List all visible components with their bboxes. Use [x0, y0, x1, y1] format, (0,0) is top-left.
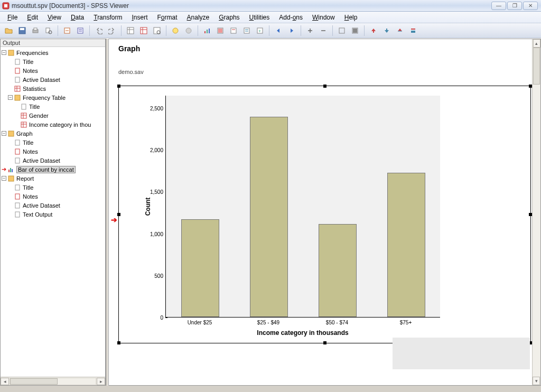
- tree-graph-title[interactable]: Title: [2, 138, 105, 147]
- menu-edit[interactable]: Edit: [23, 13, 42, 22]
- notes-icon: [14, 68, 21, 74]
- content-pane[interactable]: ▴ ▾ Graph demo.sav ➔ Count: [108, 39, 541, 386]
- resize-handle-e[interactable]: [529, 213, 532, 216]
- tree-graph-dataset[interactable]: Active Dataset: [2, 156, 105, 165]
- tree-freq-dataset[interactable]: Active Dataset: [2, 75, 105, 84]
- tree-freq-stats[interactable]: Statistics: [2, 84, 105, 93]
- menu-help[interactable]: Help: [340, 13, 362, 22]
- menu-addons[interactable]: Add-ons: [275, 13, 307, 22]
- variables-button[interactable]: [151, 25, 163, 36]
- export-button[interactable]: [61, 25, 73, 36]
- insert-heading-button[interactable]: [214, 25, 226, 36]
- menu-utilities[interactable]: Utilities: [245, 13, 274, 22]
- resize-handle-sw[interactable]: [117, 341, 120, 344]
- svg-rect-32: [15, 59, 20, 64]
- resize-handle-s[interactable]: [323, 341, 327, 344]
- minimize-button[interactable]: —: [491, 2, 506, 10]
- chart-icon: [7, 166, 15, 173]
- promote-button[interactable]: [368, 25, 379, 36]
- tree-freq-notes[interactable]: Notes: [2, 66, 105, 75]
- associate-button[interactable]: [407, 25, 419, 36]
- scroll-down-icon[interactable]: ▾: [533, 377, 540, 385]
- svg-rect-2: [20, 28, 24, 30]
- close-button[interactable]: ✕: [523, 2, 538, 10]
- y-tick-label: 2,500: [150, 105, 163, 111]
- tree-report-notes[interactable]: Notes: [2, 192, 105, 201]
- hide-button[interactable]: [349, 25, 361, 36]
- new-text-button[interactable]: +: [254, 25, 266, 36]
- svg-rect-31: [8, 50, 14, 55]
- tree-ft-income[interactable]: Income category in thou: [2, 120, 105, 129]
- svg-rect-39: [21, 122, 26, 127]
- tree-ft-gender[interactable]: Gender: [2, 111, 105, 120]
- print-button[interactable]: [30, 25, 41, 36]
- menu-format[interactable]: Format: [153, 13, 182, 22]
- resize-handle-n[interactable]: [323, 85, 327, 88]
- scroll-up-icon[interactable]: ▴: [533, 39, 540, 48]
- print-preview-button[interactable]: [43, 25, 54, 36]
- tree-freq-title[interactable]: Title: [2, 57, 105, 66]
- menu-file[interactable]: File: [3, 13, 22, 22]
- recall-dialog-button[interactable]: [74, 25, 86, 36]
- scroll-right-icon[interactable]: ▸: [97, 378, 105, 385]
- collapse-button[interactable]: [318, 25, 329, 36]
- window-controls: — ❐ ✕: [491, 2, 538, 10]
- resize-handle-w[interactable]: [117, 213, 120, 216]
- bar: [250, 117, 288, 317]
- maximize-button[interactable]: ❐: [507, 2, 522, 10]
- tree-graph-notes[interactable]: Notes: [2, 147, 105, 156]
- menu-window[interactable]: Window: [308, 13, 339, 22]
- goto-data-button[interactable]: [125, 25, 136, 36]
- sticky-button[interactable]: [394, 25, 406, 36]
- insert-text-button[interactable]: [241, 25, 253, 36]
- undo-button[interactable]: [93, 25, 105, 36]
- demote-button[interactable]: [381, 25, 393, 36]
- select-last-output-button[interactable]: [170, 25, 181, 36]
- menu-analyze[interactable]: Analyze: [183, 13, 214, 22]
- insert-title-button[interactable]: [228, 25, 239, 36]
- svg-rect-42: [15, 149, 20, 154]
- app-icon: [2, 2, 10, 10]
- tree-report-dataset[interactable]: Active Dataset: [2, 201, 105, 210]
- forward-button[interactable]: [286, 25, 297, 36]
- svg-rect-10: [141, 27, 147, 34]
- menu-graphs[interactable]: Graphs: [214, 13, 244, 22]
- expand-button[interactable]: [304, 25, 316, 36]
- scroll-left-icon[interactable]: ◂: [1, 378, 9, 385]
- dataset-label: demo.sav: [118, 69, 531, 75]
- show-button[interactable]: [336, 25, 348, 36]
- content-vscrollbar[interactable]: ▴ ▾: [532, 39, 540, 385]
- menu-data[interactable]: Data: [67, 13, 88, 22]
- chart-selection-frame[interactable]: ➔ Count 05001,0001,5002,0002,500 Under $…: [118, 86, 531, 343]
- designate-window-button[interactable]: [183, 25, 194, 36]
- tree-graph[interactable]: − Graph: [2, 129, 105, 138]
- svg-rect-19: [218, 29, 222, 33]
- tree-ft-title[interactable]: Title: [2, 102, 105, 111]
- open-button[interactable]: [3, 25, 15, 36]
- menu-transform[interactable]: Transform: [89, 13, 126, 22]
- tree-graph-bar[interactable]: ➔ Bar of count by inccat: [2, 165, 105, 174]
- svg-point-14: [186, 28, 191, 33]
- menu-insert[interactable]: Insert: [127, 13, 152, 22]
- tree-output[interactable]: − Frequencies: [2, 48, 105, 57]
- svg-rect-28: [386, 29, 387, 30]
- goto-case-button[interactable]: [138, 25, 150, 36]
- tree-report-text[interactable]: Text Output: [2, 210, 105, 219]
- resize-handle-nw[interactable]: [117, 85, 120, 88]
- outline-pane[interactable]: Output − Frequencies Title Notes: [0, 39, 106, 386]
- back-button[interactable]: [273, 25, 284, 36]
- svg-rect-20: [231, 28, 236, 33]
- svg-rect-21: [244, 28, 249, 33]
- resize-handle-ne[interactable]: [529, 85, 532, 88]
- svg-rect-9: [127, 27, 134, 34]
- menu-view[interactable]: View: [43, 13, 66, 22]
- outline-hscrollbar[interactable]: ◂ ▸: [1, 377, 105, 385]
- save-button[interactable]: [16, 25, 28, 36]
- tree-freq-table[interactable]: − Frequency Table: [2, 93, 105, 102]
- tree-report[interactable]: − Report: [2, 174, 105, 183]
- tree-report-title[interactable]: Title: [2, 183, 105, 192]
- x-tick-label: $25 - $49: [257, 320, 279, 325]
- redo-button[interactable]: [106, 25, 118, 36]
- chart-icon-button[interactable]: [201, 25, 213, 36]
- bar-chart[interactable]: Count 05001,0001,5002,0002,500 Under $25…: [123, 90, 451, 339]
